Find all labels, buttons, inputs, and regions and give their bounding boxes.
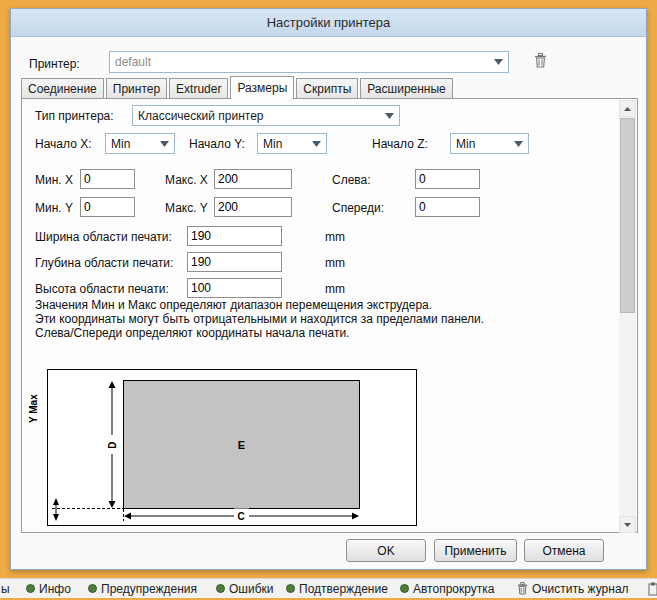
chevron-down-icon xyxy=(494,59,503,65)
print-height-label: Высота области печати: xyxy=(35,282,169,296)
min-y-input[interactable] xyxy=(80,197,135,217)
print-depth-input[interactable] xyxy=(187,252,282,272)
dialog-title: Настройки принтера xyxy=(267,15,391,30)
home-y-label: Начало Y: xyxy=(189,137,245,151)
settings-tabs: Соединение Принтер Extruder Размеры Скри… xyxy=(21,78,455,99)
dimensions-note-line3: Слева/Спереди определяют координаты нача… xyxy=(35,326,349,340)
print-area-diagram: D C E xyxy=(47,369,417,526)
printer-type-select[interactable]: Классический принтер xyxy=(132,105,400,126)
toggle-autoscroll-label: Автопрокрутка xyxy=(413,582,494,596)
max-y-label: Макс. Y xyxy=(165,201,208,215)
printer-label: Принтер: xyxy=(29,57,80,71)
max-y-input[interactable] xyxy=(214,197,292,217)
print-height-input[interactable] xyxy=(187,278,282,298)
print-height-unit: mm xyxy=(325,282,345,296)
toggle-warnings-label: Предупреждения xyxy=(101,582,197,596)
chevron-down-icon xyxy=(160,141,169,147)
scroll-up-button[interactable] xyxy=(619,100,636,117)
home-z-select[interactable]: Min xyxy=(450,133,529,154)
led-icon xyxy=(26,584,35,593)
toggle-ack-label: Подтверждение xyxy=(299,582,388,596)
toggle-warnings[interactable]: Предупреждения xyxy=(88,579,197,598)
depth-dimension-label: D xyxy=(107,441,118,448)
desktop-background: Настройки принтера Принтер: default Соед… xyxy=(0,0,657,600)
tab-printer[interactable]: Принтер xyxy=(106,78,167,98)
clear-log-button[interactable]: Очистить журнал xyxy=(517,579,629,598)
scrollbar-thumb[interactable] xyxy=(620,118,635,313)
toggle-autoscroll[interactable]: Автопрокрутка xyxy=(400,579,494,598)
delete-printer-button[interactable] xyxy=(531,52,549,72)
chevron-down-icon xyxy=(312,141,321,147)
bed-center-label: E xyxy=(238,439,245,451)
dimensions-tab-panel: Тип принтера: Классический принтер Начал… xyxy=(21,98,638,533)
tab-extruder[interactable]: Extruder xyxy=(169,78,228,98)
led-icon xyxy=(88,584,97,593)
dialog-titlebar[interactable]: Настройки принтера xyxy=(11,9,646,37)
scroll-down-button[interactable] xyxy=(619,516,636,533)
led-icon xyxy=(400,584,409,593)
toggle-info[interactable]: Инфо xyxy=(26,579,71,598)
copy-button-partial[interactable] xyxy=(648,579,657,598)
front-offset-input[interactable] xyxy=(415,197,480,217)
y-max-axis-label: Y Max xyxy=(28,371,42,423)
printer-select-value: default xyxy=(115,55,151,69)
tab-dimensions[interactable]: Размеры xyxy=(230,76,294,99)
home-x-value: Min xyxy=(111,137,130,151)
print-depth-unit: mm xyxy=(325,256,345,270)
min-x-input[interactable] xyxy=(80,169,135,189)
printer-select[interactable]: default xyxy=(109,51,509,73)
tab-connection[interactable]: Соединение xyxy=(21,78,104,98)
printer-type-label: Тип принтера: xyxy=(35,109,114,123)
print-width-input[interactable] xyxy=(187,226,282,246)
left-offset-input[interactable] xyxy=(415,169,480,189)
chevron-down-icon xyxy=(514,141,523,147)
clear-log-label: Очистить журнал xyxy=(532,582,629,596)
toggle-errors-label: Ошибки xyxy=(229,582,274,596)
dimensions-note-line2: Эти координаты могут быть отрицательными… xyxy=(35,312,484,326)
ok-button[interactable]: OK xyxy=(346,539,426,562)
home-x-select[interactable]: Min xyxy=(105,133,175,154)
print-depth-label: Глубина области печати: xyxy=(35,256,173,270)
arrow-down-icon xyxy=(624,523,631,527)
printer-settings-dialog: Настройки принтера Принтер: default Соед… xyxy=(10,8,647,570)
toggle-info-label: Инфо xyxy=(39,582,71,596)
cancel-button[interactable]: Отмена xyxy=(524,539,604,562)
trash-icon xyxy=(534,53,547,68)
max-x-input[interactable] xyxy=(214,169,292,189)
print-width-label: Ширина области печати: xyxy=(35,230,172,244)
max-x-label: Макс. X xyxy=(165,173,208,187)
left-offset-label: Слева: xyxy=(332,173,371,187)
copy-icon xyxy=(648,582,657,596)
printer-type-value: Классический принтер xyxy=(138,109,264,123)
home-y-select[interactable]: Min xyxy=(257,133,327,154)
tab-scripts[interactable]: Скрипты xyxy=(296,78,358,98)
print-width-unit: mm xyxy=(325,230,345,244)
dimensions-note-line1: Значения Мин и Макс определяют диапазон … xyxy=(35,298,432,312)
home-y-value: Min xyxy=(263,137,282,151)
chevron-down-icon xyxy=(385,113,394,119)
front-offset-label: Спереди: xyxy=(332,201,384,215)
min-y-label: Мин. Y xyxy=(35,201,73,215)
home-x-label: Начало X: xyxy=(35,137,91,151)
min-x-label: Мин. X xyxy=(35,173,73,187)
home-z-label: Начало Z: xyxy=(372,137,428,151)
width-dimension-label: C xyxy=(237,511,244,522)
led-icon xyxy=(216,584,225,593)
home-z-value: Min xyxy=(456,137,475,151)
arrow-up-icon xyxy=(624,107,631,111)
tab-advanced[interactable]: Расширенные xyxy=(360,78,453,98)
led-icon xyxy=(286,584,295,593)
log-toolbar: ы Инфо Предупреждения Ошибки Подтвержден… xyxy=(0,578,657,598)
clipped-left-text: ы xyxy=(1,579,10,598)
toggle-errors[interactable]: Ошибки xyxy=(216,579,274,598)
toggle-ack[interactable]: Подтверждение xyxy=(286,579,388,598)
trash-icon xyxy=(517,582,528,595)
panel-scrollbar[interactable] xyxy=(619,100,636,533)
apply-button[interactable]: Применить xyxy=(434,539,517,562)
